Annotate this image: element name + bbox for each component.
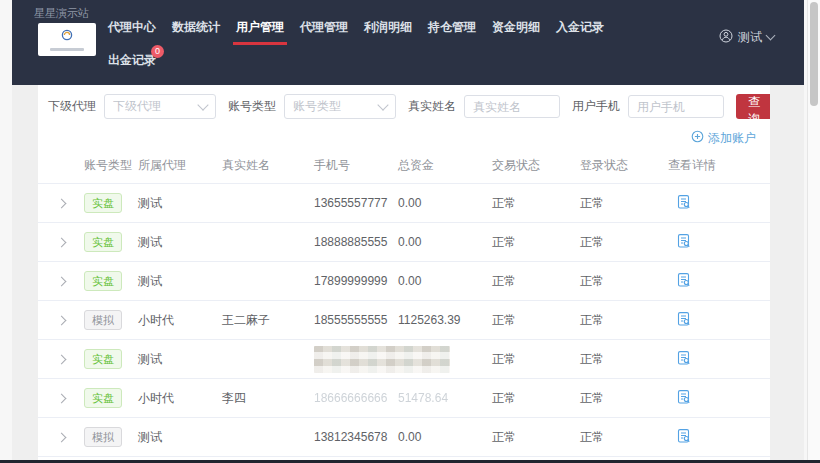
filter-group-0: 下级代理下级代理 bbox=[48, 94, 216, 119]
cell-phone: 13655557777 bbox=[314, 196, 398, 210]
expand-row-icon[interactable] bbox=[57, 238, 67, 248]
account-type-tag: 模拟 bbox=[84, 427, 122, 447]
cell-agent: 小时代 bbox=[138, 390, 222, 407]
view-details-icon[interactable] bbox=[676, 428, 692, 444]
cell-login-status: 正常 bbox=[580, 429, 668, 446]
table-header: 账号类型所属代理真实姓名手机号总资金交易状态登录状态查看详情 bbox=[38, 149, 770, 184]
filter-bar: 下级代理下级代理账号类型账号类型真实姓名用户手机查询 bbox=[38, 85, 770, 119]
cell-phone bbox=[314, 346, 398, 373]
cell-view-details bbox=[668, 428, 738, 447]
cell-login-status: 正常 bbox=[580, 390, 668, 407]
cell-agent: 测试 bbox=[138, 273, 222, 290]
total-funds-value: 51478.64 bbox=[398, 391, 448, 405]
account-type-tag: 实盘 bbox=[84, 193, 122, 213]
user-menu[interactable]: 测试 bbox=[719, 29, 774, 46]
account-type-tag: 模拟 bbox=[84, 310, 122, 330]
view-details-icon[interactable] bbox=[676, 272, 692, 288]
add-account-button[interactable]: 添加账户 bbox=[691, 130, 756, 147]
column-header: 所属代理 bbox=[138, 157, 222, 174]
filter-input-2[interactable] bbox=[464, 95, 560, 118]
user-icon bbox=[719, 29, 733, 46]
add-account-label: 添加账户 bbox=[708, 130, 756, 147]
filter-select-0[interactable]: 下级代理 bbox=[104, 94, 216, 119]
cell-view-details bbox=[668, 272, 738, 291]
table-row: 模拟测试138123456780.00正常正常 bbox=[38, 418, 770, 457]
cell-view-details bbox=[668, 233, 738, 252]
censored-blur-block bbox=[314, 346, 450, 373]
cell-login-status: 正常 bbox=[580, 273, 668, 290]
cell-view-details bbox=[668, 194, 738, 213]
nav-item-7[interactable]: 入金记录 bbox=[556, 19, 604, 45]
view-details-icon[interactable] bbox=[676, 194, 692, 210]
expand-row-icon[interactable] bbox=[57, 199, 67, 209]
cell-phone: 13812345678 bbox=[314, 430, 398, 444]
user-name: 测试 bbox=[738, 29, 762, 46]
column-header: 交易状态 bbox=[492, 157, 580, 174]
account-type-tag: 实盘 bbox=[84, 232, 122, 252]
expand-row-icon[interactable] bbox=[57, 394, 67, 404]
nav-item-5[interactable]: 持仓管理 bbox=[428, 19, 476, 45]
cell-real-name: 李四 bbox=[222, 390, 314, 407]
nav-item-4[interactable]: 利润明细 bbox=[364, 19, 412, 45]
expand-cell bbox=[54, 235, 84, 249]
cell-view-details bbox=[668, 389, 738, 408]
total-funds-value: 0.00 bbox=[398, 196, 421, 210]
vertical-scrollbar[interactable] bbox=[807, 0, 820, 463]
nav-item-1[interactable]: 数据统计 bbox=[172, 19, 220, 45]
cell-account-type: 模拟 bbox=[84, 310, 138, 330]
cell-trade-status: 正常 bbox=[492, 351, 580, 368]
brand-logo[interactable] bbox=[38, 23, 96, 56]
cell-total-funds: 0.00 bbox=[398, 274, 492, 288]
nav-item-2[interactable]: 用户管理 bbox=[236, 19, 284, 45]
cell-agent: 测试 bbox=[138, 234, 222, 251]
cell-account-type: 实盘 bbox=[84, 232, 138, 252]
cell-phone: 18666666666 bbox=[314, 391, 398, 405]
nav-item-3[interactable]: 代理管理 bbox=[300, 19, 348, 45]
column-header: 总资金 bbox=[398, 157, 492, 174]
phone-value: 13812345678 bbox=[314, 430, 387, 444]
chevron-down-icon bbox=[766, 31, 776, 41]
brand-logo-text bbox=[50, 48, 84, 51]
view-details-icon[interactable] bbox=[676, 350, 692, 366]
cell-total-funds: 0.00 bbox=[398, 235, 492, 249]
expand-row-icon[interactable] bbox=[57, 433, 67, 443]
table-body: 实盘测试136555577770.00正常正常实盘测试188888855550.… bbox=[38, 184, 770, 463]
cell-account-type: 模拟 bbox=[84, 427, 138, 447]
toolbar-row: 添加账户 bbox=[38, 119, 770, 149]
expand-row-icon[interactable] bbox=[57, 355, 67, 365]
filter-select-1[interactable]: 账号类型 bbox=[284, 94, 396, 119]
notification-badge: 0 bbox=[151, 45, 164, 58]
nav-item-label: 代理管理 bbox=[300, 20, 348, 34]
search-button[interactable]: 查询 bbox=[736, 94, 770, 119]
view-details-icon[interactable] bbox=[676, 311, 692, 327]
view-details-icon[interactable] bbox=[676, 233, 692, 249]
nav-item-8[interactable]: 出金记录0 bbox=[108, 52, 156, 78]
select-placeholder: 下级代理 bbox=[113, 98, 161, 115]
filter-input-3[interactable] bbox=[628, 95, 724, 118]
expand-cell bbox=[54, 352, 84, 366]
nav-item-label: 持仓管理 bbox=[428, 20, 476, 34]
cell-real-name: 王二麻子 bbox=[222, 312, 314, 329]
view-details-icon[interactable] bbox=[676, 389, 692, 405]
cell-agent: 小时代 bbox=[138, 312, 222, 329]
table-row: 实盘小时代李四1866666666651478.64正常正常 bbox=[38, 379, 770, 418]
cell-login-status: 正常 bbox=[580, 234, 668, 251]
expand-row-icon[interactable] bbox=[57, 316, 67, 326]
nav-item-0[interactable]: 代理中心 bbox=[108, 19, 156, 45]
column-header: 手机号 bbox=[314, 157, 398, 174]
chevron-down-icon bbox=[377, 99, 388, 110]
scrollbar-thumb[interactable] bbox=[810, 2, 818, 106]
phone-value: 13655557777 bbox=[314, 196, 387, 210]
filter-label: 下级代理 bbox=[48, 98, 96, 115]
cell-total-funds: 1125263.39 bbox=[398, 313, 492, 327]
phone-value: 17899999999 bbox=[314, 274, 387, 288]
cell-agent: 测试 bbox=[138, 195, 222, 212]
total-funds-value: 0.00 bbox=[398, 430, 421, 444]
cell-account-type: 实盘 bbox=[84, 388, 138, 408]
nav-item-6[interactable]: 资金明细 bbox=[492, 19, 540, 45]
expand-row-icon[interactable] bbox=[57, 277, 67, 287]
cell-trade-status: 正常 bbox=[492, 312, 580, 329]
filter-label: 真实姓名 bbox=[408, 98, 456, 115]
expand-cell bbox=[54, 196, 84, 210]
cell-view-details bbox=[668, 350, 738, 369]
